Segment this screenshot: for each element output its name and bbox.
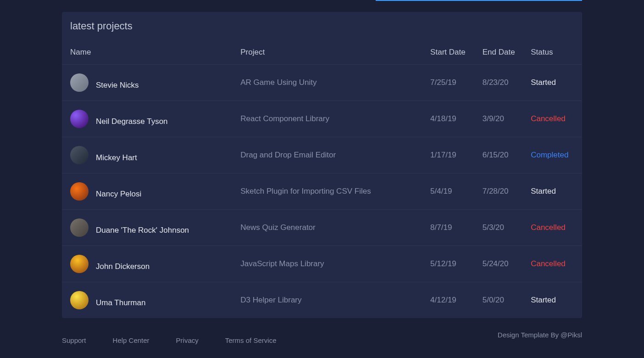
status-badge: Started	[524, 282, 582, 319]
table-row[interactable]: Uma ThurmanD3 Helper Library4/12/195/0/2…	[62, 282, 582, 319]
avatar	[70, 182, 89, 201]
end-date: 3/9/20	[476, 101, 524, 137]
start-date: 4/12/19	[424, 282, 476, 319]
start-date: 5/12/19	[424, 246, 476, 282]
person-name: Stevie Nicks	[96, 81, 139, 90]
name-cell: Mickey Hart	[62, 137, 234, 173]
table-row[interactable]: Nancy PelosiSketch Plugin for Importing …	[62, 173, 582, 210]
page-footer: SupportHelp CenterPrivacyTerms of Servic…	[0, 318, 644, 344]
column-header-end-date[interactable]: End Date	[476, 40, 524, 65]
table-row[interactable]: Neil Degrasse TysonReact Component Libra…	[62, 101, 582, 137]
table-row[interactable]: Duane 'The Rock' JohnsonNews Quiz Genera…	[62, 210, 582, 246]
project-name: JavaScript Maps Library	[234, 246, 424, 282]
table-row[interactable]: Stevie NicksAR Game Using Unity7/25/198/…	[62, 65, 582, 101]
end-date: 6/15/20	[476, 137, 524, 173]
start-date: 7/25/19	[424, 65, 476, 101]
person-name: Uma Thurman	[96, 298, 145, 308]
status-badge: Completed	[524, 137, 582, 173]
column-header-start-date[interactable]: Start Date	[424, 40, 476, 65]
accent-bar	[376, 0, 582, 1]
project-name: React Component Library	[234, 101, 424, 137]
status-badge: Started	[524, 173, 582, 210]
status-badge: Cancelled	[524, 101, 582, 137]
person-name: Nancy Pelosi	[96, 190, 141, 199]
project-name: Sketch Plugin for Importing CSV Files	[234, 173, 424, 210]
name-cell: Stevie Nicks	[62, 65, 234, 101]
project-name: News Quiz Generator	[234, 210, 424, 246]
footer-link-support[interactable]: Support	[62, 331, 86, 344]
start-date: 4/18/19	[424, 101, 476, 137]
table-row[interactable]: John DickersonJavaScript Maps Library5/1…	[62, 246, 582, 282]
person-name: Duane 'The Rock' Johnson	[96, 226, 189, 235]
footer-link-help-center[interactable]: Help Center	[113, 331, 150, 344]
status-badge: Started	[524, 65, 582, 101]
projects-table: Name Project Start Date End Date Status …	[62, 40, 582, 318]
end-date: 7/28/20	[476, 173, 524, 210]
status-badge: Cancelled	[524, 210, 582, 246]
card-title: latest projects	[62, 12, 582, 40]
avatar	[70, 146, 89, 164]
end-date: 5/24/20	[476, 246, 524, 282]
column-header-project[interactable]: Project	[234, 40, 424, 65]
end-date: 5/3/20	[476, 210, 524, 246]
footer-links: SupportHelp CenterPrivacyTerms of Servic…	[62, 331, 276, 344]
avatar	[70, 73, 89, 92]
name-cell: John Dickerson	[62, 246, 234, 282]
person-name: John Dickerson	[96, 262, 150, 271]
footer-link-privacy[interactable]: Privacy	[176, 331, 199, 344]
start-date: 8/7/19	[424, 210, 476, 246]
table-row[interactable]: Mickey HartDrag and Drop Email Editor1/1…	[62, 137, 582, 173]
name-cell: Duane 'The Rock' Johnson	[62, 210, 234, 246]
table-header-row: Name Project Start Date End Date Status	[62, 40, 582, 65]
column-header-status[interactable]: Status	[524, 40, 582, 65]
latest-projects-card: latest projects Name Project Start Date …	[62, 12, 582, 318]
top-bar-accent-wrapper	[0, 0, 644, 4]
footer-link-terms-of-service[interactable]: Terms of Service	[225, 331, 277, 344]
status-badge: Cancelled	[524, 246, 582, 282]
name-cell: Neil Degrasse Tyson	[62, 101, 234, 137]
avatar	[70, 218, 89, 237]
person-name: Neil Degrasse Tyson	[96, 117, 168, 126]
name-cell: Uma Thurman	[62, 282, 234, 319]
project-name: Drag and Drop Email Editor	[234, 137, 424, 173]
start-date: 5/4/19	[424, 173, 476, 210]
footer-credit: Design Template By @Piksl	[498, 331, 582, 339]
avatar	[70, 255, 89, 273]
avatar	[70, 110, 89, 128]
end-date: 5/0/20	[476, 282, 524, 319]
start-date: 1/17/19	[424, 137, 476, 173]
person-name: Mickey Hart	[96, 153, 137, 162]
end-date: 8/23/20	[476, 65, 524, 101]
avatar	[70, 291, 89, 309]
name-cell: Nancy Pelosi	[62, 173, 234, 210]
column-header-name[interactable]: Name	[62, 40, 234, 65]
project-name: AR Game Using Unity	[234, 65, 424, 101]
project-name: D3 Helper Library	[234, 282, 424, 319]
